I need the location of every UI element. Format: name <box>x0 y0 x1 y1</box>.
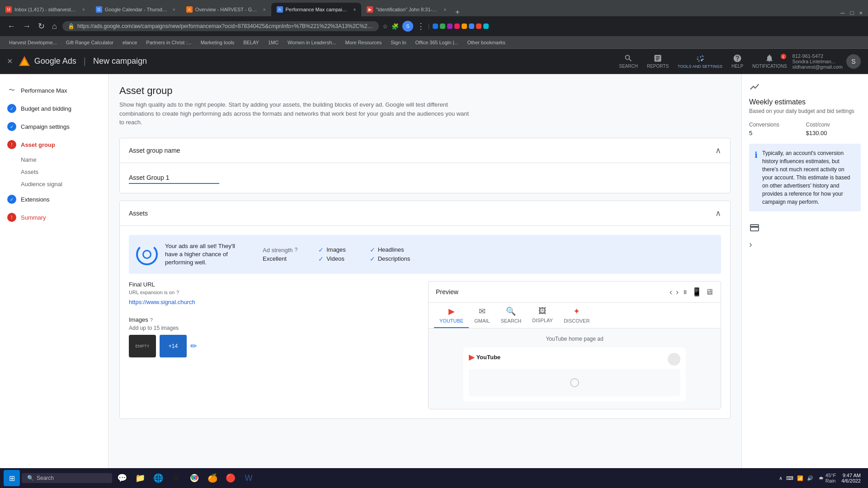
preview-tab-gmail[interactable]: ✉ GMAIL <box>469 303 495 328</box>
start-button[interactable]: ⊞ <box>4 470 20 486</box>
edit-images-icon[interactable]: ✏ <box>190 341 197 351</box>
maximize-button[interactable]: □ <box>850 9 854 16</box>
info-text: Typically, an account's conversion histo… <box>762 149 855 206</box>
tab-performance-max[interactable]: A Performance Max campaign - So... × <box>271 3 362 16</box>
app-close-icon[interactable]: × <box>7 56 13 66</box>
profile-icon[interactable]: S <box>402 21 413 32</box>
search-icon-preview: 🔍 <box>506 306 516 316</box>
more-options[interactable]: ⋮ <box>417 21 425 31</box>
assets-title: Assets <box>129 210 148 217</box>
minimize-button[interactable]: ─ <box>840 9 844 16</box>
sidebar-item-asset-group[interactable]: ! Asset group <box>0 136 108 154</box>
preview-tab-search[interactable]: 🔍 SEARCH <box>495 303 527 328</box>
bookmark-belay[interactable]: BELAY <box>240 39 263 46</box>
nav-bar: ← → ↻ ⌂ 🔒 https://ads.google.com/aw/camp… <box>0 16 868 36</box>
asset-group-name-chevron[interactable]: ∧ <box>715 145 721 155</box>
yt-play-area <box>469 369 680 396</box>
bookmark-signin[interactable]: Sign In <box>387 39 410 46</box>
bookmark-office[interactable]: Office 365 Login |... <box>411 39 462 46</box>
desktop-view-icon[interactable]: 🖥 <box>705 287 713 297</box>
bookmark-1mc[interactable]: 1MC <box>264 39 282 46</box>
images-help-icon[interactable]: ? <box>150 317 153 323</box>
preview-tab-youtube[interactable]: ▶ YOUTUBE <box>434 303 469 328</box>
image-thumb-1[interactable]: EMPTY <box>129 335 156 357</box>
help-tool[interactable]: HELP <box>731 54 743 69</box>
bookmark-gift[interactable]: Gift Range Calculator <box>62 39 117 46</box>
bookmark-harvest[interactable]: Harvest Developme... <box>5 39 61 46</box>
sidebar-item-extensions[interactable]: ✓ Extensions <box>0 190 108 208</box>
asset-group-name-body <box>120 163 730 193</box>
tab-youtube[interactable]: ▶ "Identification" John 8:31-59... × <box>361 3 452 16</box>
bookmark-more[interactable]: More Resources <box>342 39 386 46</box>
network-icon: 📶 <box>797 475 803 481</box>
image-thumb-overlay[interactable]: +14 <box>160 335 187 357</box>
search-tool[interactable]: SEARCH <box>619 54 638 69</box>
back-button[interactable]: ← <box>5 20 17 33</box>
bookmark-elance[interactable]: elance <box>119 39 141 46</box>
sidebar-item-budget-bidding[interactable]: ✓ Budget and bidding <box>0 99 108 117</box>
notifications-tool[interactable]: 1 NOTIFICATIONS <box>752 54 787 69</box>
reports-tool[interactable]: REPORTS <box>647 54 669 69</box>
sidebar-sub-audience[interactable]: Audience signal <box>0 178 108 190</box>
taskbar-chat[interactable]: 💬 <box>114 470 130 486</box>
sidebar-sub-assets[interactable]: Assets <box>0 166 108 178</box>
bookmark-marketing[interactable]: Marketing tools <box>197 39 238 46</box>
estimates-grid: Conversions Cost/conv 5 $130.00 <box>749 122 861 136</box>
weather-icon: 🌧 <box>819 475 824 481</box>
close-window-button[interactable]: × <box>859 9 863 16</box>
taskbar-edge[interactable]: 🌐 <box>150 470 166 486</box>
panel-chevron[interactable]: › <box>749 239 861 249</box>
error-icon-2: ! <box>7 213 16 222</box>
sidebar-sub-name[interactable]: Name <box>0 154 108 166</box>
taskbar-calculator[interactable]: 🖩 <box>168 470 184 486</box>
forward-button[interactable]: → <box>21 20 33 33</box>
address-bar[interactable]: 🔒 https://ads.google.com/aw/campaigns/ne… <box>62 21 379 31</box>
help-circle-icon[interactable]: ? <box>295 247 298 253</box>
taskbar-clock[interactable]: 9:47 AM 4/6/2022 <box>838 473 864 483</box>
tools-settings-tool[interactable]: TOOLS AND SETTINGS <box>678 54 722 69</box>
taskbar-sys-tray: ∧ ⌨ 📶 🔊 <box>775 475 817 481</box>
check-icon: ✓ <box>7 104 16 113</box>
temperature: 45°F <box>826 473 836 478</box>
tab-add-button[interactable]: + <box>452 8 463 16</box>
sidebar-item-performance-max[interactable]: 〜 Performance Max <box>0 81 108 99</box>
taskbar-chrome[interactable] <box>186 470 203 486</box>
taskbar-search[interactable]: 🔍 Search <box>22 473 112 483</box>
weather-widget: 🌧 45°F Rain <box>819 473 836 483</box>
prev-arrow[interactable]: ‹ <box>670 287 672 297</box>
pause-button[interactable]: ⏸ <box>682 289 688 296</box>
taskbar-word[interactable]: W <box>241 470 257 486</box>
image-thumbs: EMPTY +14 ✏ <box>129 335 421 357</box>
extension-icon[interactable]: 🧩 <box>392 23 399 30</box>
sidebar-item-campaign-settings[interactable]: ✓ Campaign settings <box>0 117 108 136</box>
sidebar-item-summary[interactable]: ! Summary <box>0 208 108 226</box>
bookmark-star[interactable]: ☆ <box>382 23 388 30</box>
conversions-value: 5 <box>749 130 804 136</box>
tab-gmail[interactable]: M Inbox (1,417) - sldharvest@gmai... × <box>0 3 90 16</box>
refresh-button[interactable]: ↻ <box>36 19 47 33</box>
panel-card-icon <box>749 222 861 235</box>
bookmark-partners[interactable]: Partners in Christ :... <box>142 39 195 46</box>
svg-point-5 <box>193 477 196 479</box>
next-arrow[interactable]: › <box>676 287 679 297</box>
tab-overview[interactable]: A Overview - HARVEST - Google A... × <box>181 3 271 16</box>
assets-chevron[interactable]: ∧ <box>715 208 721 218</box>
url-value: https://www.signal.church <box>129 299 421 305</box>
asset-group-name-input[interactable] <box>129 172 219 184</box>
preview-tab-display[interactable]: 🖼 DISPLAY <box>527 303 558 328</box>
home-button[interactable]: ⌂ <box>50 20 59 33</box>
bookmark-women[interactable]: Women in Leadersh... <box>284 39 340 46</box>
bookmark-other[interactable]: Other bookmarks <box>463 39 509 46</box>
taskbar-app-red[interactable]: 🔴 <box>222 470 239 486</box>
preview-tab-discover[interactable]: ✦ DISCOVER <box>558 303 595 328</box>
tab-calendar[interactable]: G Google Calendar - Thursday, Ap... × <box>90 3 181 16</box>
banner-text: Your ads are all set! They'll have a hig… <box>165 242 246 267</box>
sidebar: 〜 Performance Max ✓ Budget and bidding ✓… <box>0 74 108 488</box>
check-descriptions-icon: ✓ <box>370 255 375 263</box>
url-expansion-help[interactable]: ? <box>176 290 179 295</box>
taskbar-app-orange[interactable]: 🍊 <box>204 470 221 486</box>
taskbar-files[interactable]: 📁 <box>132 470 148 486</box>
system-tray-expand[interactable]: ∧ <box>779 475 783 481</box>
avatar[interactable]: S <box>846 54 861 69</box>
mobile-view-icon[interactable]: 📱 <box>692 287 702 297</box>
